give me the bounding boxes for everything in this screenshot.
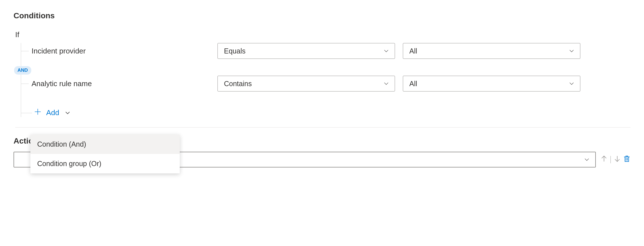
condition-row: Analytic rule name Contains All (21, 76, 630, 91)
add-condition-button[interactable]: Add (34, 108, 71, 117)
dropdown-value: All (409, 47, 417, 55)
condition-label: Incident provider (32, 47, 217, 55)
chevron-down-icon (383, 48, 390, 54)
value-dropdown[interactable]: All (403, 43, 580, 59)
operator-dropdown[interactable]: Equals (217, 43, 395, 59)
conditions-section: Conditions If AND Incident provider Equa… (14, 11, 630, 117)
separator (610, 156, 611, 163)
dropdown-value: All (409, 80, 417, 88)
operator-value: Contains (224, 80, 252, 88)
section-divider (15, 127, 630, 128)
delete-icon[interactable] (623, 155, 630, 164)
move-down-icon[interactable] (614, 155, 621, 164)
condition-label: Analytic rule name (32, 79, 217, 88)
chevron-down-icon (64, 109, 71, 116)
and-badge: AND (14, 66, 31, 75)
chevron-down-icon (568, 48, 575, 54)
if-label: If (15, 30, 630, 39)
plus-icon (34, 108, 41, 117)
conditions-tree: AND Incident provider Equals All Analyti… (21, 43, 630, 117)
operator-value: Equals (224, 47, 245, 55)
value-dropdown[interactable]: All (403, 76, 580, 91)
condition-row: Incident provider Equals All (21, 43, 630, 59)
add-dropdown-menu: Condition (And) Condition group (Or) (30, 135, 180, 173)
menu-item-condition-group-or[interactable]: Condition group (Or) (30, 154, 180, 173)
operator-dropdown[interactable]: Contains (217, 76, 395, 91)
add-condition-row: Add (21, 108, 630, 117)
move-up-icon[interactable] (600, 155, 608, 164)
chevron-down-icon (383, 80, 390, 87)
chevron-down-icon (568, 80, 575, 87)
menu-item-condition-and[interactable]: Condition (And) (30, 135, 180, 154)
action-reorder-controls (600, 155, 630, 164)
add-label: Add (46, 108, 59, 117)
chevron-down-icon (583, 156, 590, 163)
conditions-title: Conditions (14, 11, 630, 20)
